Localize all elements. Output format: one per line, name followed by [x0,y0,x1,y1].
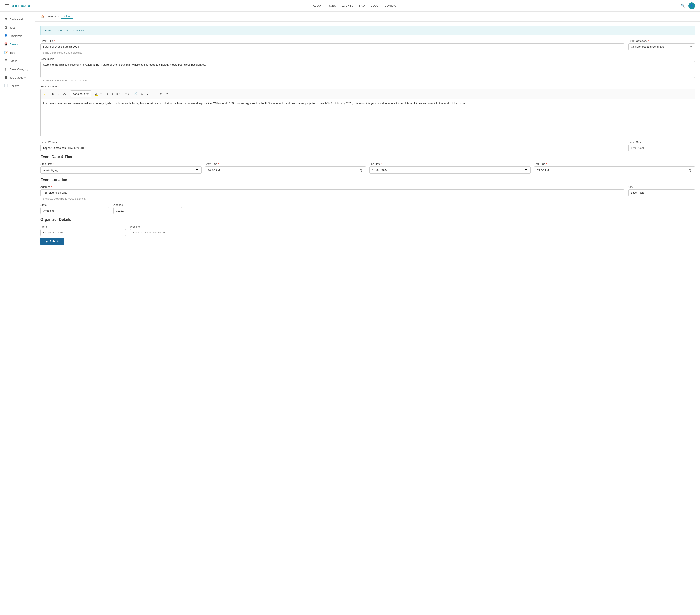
home-icon[interactable]: 🏠 [40,15,44,18]
rte-color-arrow-btn[interactable]: ▾ [99,92,103,96]
sidebar-label-event-category: Event Category [10,68,28,71]
rte-table-btn[interactable]: ⊞ ▾ [124,92,130,96]
start-time-input[interactable] [205,166,366,174]
rte-underline-btn[interactable]: U [56,92,61,96]
reports-icon: 📊 [4,84,8,87]
rte-code-btn[interactable]: </> [158,92,164,96]
organizer-website-input[interactable] [130,229,215,236]
event-cost-label: Event Cost [628,141,695,144]
sidebar-item-blog[interactable]: 📝 Blog [0,48,35,57]
rte-ul-btn[interactable]: ≡ [105,92,110,96]
rte-text-color-btn[interactable]: A [94,92,98,96]
end-time-input[interactable] [534,166,695,174]
rte-media-btn[interactable]: ▶ [146,92,150,96]
nav-left: ame.co [5,3,30,8]
sidebar-item-dashboard[interactable]: ⊞ Dashboard [0,15,35,23]
sidebar-label-job-category: Job Category [10,76,26,79]
submit-label: Submit [50,240,59,243]
city-input[interactable] [628,189,695,196]
pages-icon: 🗄 [4,59,8,62]
description-group: Description Step into the limitless skie… [40,57,695,81]
description-label: Description [40,57,695,60]
hamburger-menu[interactable] [5,4,9,7]
rte-ol-btn[interactable]: ≡ [110,92,114,96]
organizer-name-input[interactable] [40,229,126,236]
zipcode-input[interactable] [113,207,182,214]
event-website-input[interactable] [40,145,624,151]
rte-font-select[interactable]: sans-serif [70,90,91,97]
event-title-input[interactable] [40,43,624,50]
rte-help-btn[interactable]: ? [165,92,169,96]
rte-image-btn[interactable]: 🖼 [140,92,145,96]
end-date-input[interactable] [370,166,530,174]
rte-magic-btn[interactable]: ✨ [43,92,48,96]
organizer-name-label: Name [40,225,126,228]
address-city-row: Address * The Address should be up to 20… [40,185,695,200]
rte-sep-5 [122,92,123,96]
rte-link-btn[interactable]: 🔗 [133,92,139,96]
rte-sep-6 [132,92,132,96]
start-date-input[interactable] [40,166,202,174]
nav-right: 🔍 👤 [681,2,695,9]
event-title-label: Event Title * [40,39,624,42]
sidebar-item-job-category[interactable]: ☰ Job Category [0,73,35,81]
logo[interactable]: ame.co [12,3,30,8]
breadcrumb: 🏠 › Events › Edit Event [35,12,700,22]
info-banner: Fields marked (*) are mandatory [40,26,695,35]
search-button[interactable]: 🔍 [681,4,685,8]
employers-icon: 👤 [4,34,8,37]
rte-sep-7 [151,92,151,96]
info-banner-text: Fields marked (*) are mandatory [45,29,84,32]
submit-button[interactable]: ⊕ Submit [40,238,64,245]
breadcrumb-events[interactable]: Events [48,15,57,18]
nav-jobs[interactable]: JOBS [328,4,336,7]
sidebar-item-events[interactable]: 📅 Events [0,40,35,48]
state-label: State [40,203,109,206]
description-textarea[interactable]: Step into the limitless skies of innovat… [40,61,695,78]
organizer-website-label: Website [130,225,215,228]
title-category-row: Event Title * The Title should be up to … [40,39,695,54]
nav-blog[interactable]: BLOG [371,4,379,7]
sidebar-label-dashboard: Dashboard [10,18,23,21]
event-category-group: Event Category * Conferences and Seminar… [628,39,695,54]
job-category-icon: ☰ [4,76,8,79]
rte-content-area[interactable]: In an era where drones have evolved from… [41,99,695,136]
sidebar-item-event-category[interactable]: ◎ Event Category [0,65,35,73]
event-website-label: Event Website [40,141,624,144]
sidebar-label-jobs: Jobs [10,26,15,29]
sidebar-item-pages[interactable]: 🗄 Pages [0,57,35,65]
avatar[interactable]: 👤 [688,2,695,9]
sidebar-item-employers[interactable]: 👤 Employers [0,32,35,40]
address-input[interactable] [40,189,624,196]
rte-indent-btn[interactable]: ≡ ▾ [115,92,121,96]
address-hint: The Address should be up to 200 characte… [40,198,624,200]
rte-eraser-btn[interactable]: ⌫ [61,91,67,96]
zipcode-label: Zipcode [113,203,182,206]
event-title-group: Event Title * The Title should be up to … [40,39,624,54]
blog-icon: 📝 [4,51,8,54]
logo-text: me.co [18,3,30,8]
nav-events[interactable]: EVENTS [342,4,353,7]
rte-bold-btn[interactable]: B [51,92,55,96]
event-content-group: Event Content * ✨ B U ⌫ sans-serif [40,85,695,137]
rte-fullscreen-btn[interactable]: ⛶ [152,92,158,96]
event-category-select[interactable]: Conferences and Seminars Workshops Webin… [628,43,695,50]
nav-contact[interactable]: CONTACT [385,4,398,7]
sidebar-item-reports[interactable]: 📊 Reports [0,81,35,90]
logo-diamond-icon [15,4,17,7]
logo-icon: a [12,3,14,8]
organizer-row: Name Website [40,225,215,236]
nav-about[interactable]: ABOUT [313,4,323,7]
end-date-group: End Date * [370,162,530,174]
start-time-label: Start Time * [205,162,366,166]
sidebar-label-events: Events [10,43,18,46]
event-cost-group: Event Cost [628,141,695,151]
events-icon: 📅 [4,42,8,46]
nav-faq[interactable]: FAQ [359,4,365,7]
end-date-label: End Date * [370,162,530,166]
organizer-website-group: Website [130,225,215,236]
state-input[interactable] [40,207,109,214]
sidebar-item-jobs[interactable]: 🗒 Jobs [0,23,35,32]
event-cost-input[interactable] [628,145,695,151]
sidebar-label-blog: Blog [10,51,15,54]
